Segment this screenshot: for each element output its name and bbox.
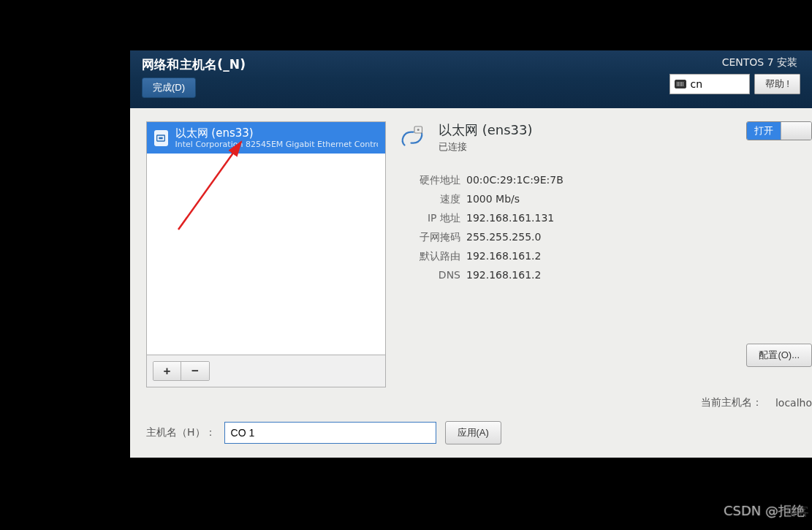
header-bar: 网络和主机名(_N) 完成(D) CENTOS 7 安装 cn 帮助 ! (130, 50, 812, 108)
hostname-label: 主机名（H）： (146, 426, 216, 439)
toggle-knob (781, 122, 811, 140)
configure-button[interactable]: 配置(O)... (746, 344, 812, 367)
dns-label: DNS (399, 269, 460, 281)
dns-value: 192.168.161.2 (466, 269, 796, 281)
install-label: CENTOS 7 安装 (722, 56, 797, 69)
hostname-input[interactable] (224, 422, 436, 444)
mask-value: 255.255.255.0 (466, 231, 796, 244)
svg-point-3 (417, 129, 420, 131)
toggle-on-label: 打开 (747, 122, 781, 140)
hw-addr-label: 硬件地址 (399, 174, 460, 187)
ethernet-icon (154, 130, 168, 146)
device-list-controls: + − (146, 355, 386, 387)
mask-label: 子网掩码 (399, 231, 460, 244)
connection-detail-table: 硬件地址 00:0C:29:1C:9E:7B 速度 1000 Mb/s IP 地… (399, 174, 796, 281)
gw-label: 默认路由 (399, 250, 460, 263)
device-item-subtitle: Intel Corporation 82545EM Gigabit Ethern… (175, 140, 378, 149)
network-hostname-window: 网络和主机名(_N) 完成(D) CENTOS 7 安装 cn 帮助 ! (130, 50, 812, 458)
current-hostname-label: 当前主机名： (701, 396, 762, 409)
ip-label: IP 地址 (399, 212, 460, 225)
keyboard-layout-box[interactable]: cn (669, 74, 750, 94)
device-list[interactable]: 以太网 (ens33) Intel Corporation 82545EM Gi… (146, 121, 386, 355)
apply-hostname-button[interactable]: 应用(A) (445, 421, 501, 444)
svg-rect-1 (159, 137, 163, 139)
watermark-blog: 博客 (786, 504, 809, 520)
done-button[interactable]: 完成(D) (142, 77, 196, 98)
add-device-button[interactable]: + (153, 362, 181, 381)
connection-title: 以太网 (ens33) (439, 121, 533, 139)
ip-value: 192.168.161.131 (466, 212, 796, 225)
current-hostname: 当前主机名： localho (701, 396, 812, 409)
speed-label: 速度 (399, 193, 460, 206)
keyboard-icon (675, 80, 686, 88)
hostname-row: 主机名（H）： 应用(A) (146, 421, 796, 444)
remove-device-button[interactable]: − (181, 362, 209, 381)
speed-value: 1000 Mb/s (466, 193, 796, 206)
keyboard-layout-label: cn (691, 78, 703, 90)
page-title: 网络和主机名(_N) (142, 56, 246, 73)
device-list-item[interactable]: 以太网 (ens33) Intel Corporation 82545EM Gi… (147, 122, 385, 154)
hw-addr-value: 00:0C:29:1C:9E:7B (466, 174, 796, 187)
current-hostname-value: localho (775, 397, 812, 409)
device-item-title: 以太网 (ens33) (175, 126, 378, 140)
help-button[interactable]: 帮助 ! (754, 74, 800, 94)
body-area: 以太网 (ens33) Intel Corporation 82545EM Gi… (130, 108, 812, 458)
connection-status: 已连接 (439, 140, 533, 154)
connection-toggle[interactable]: 打开 (746, 121, 812, 140)
connection-icon (399, 124, 428, 153)
gw-value: 192.168.161.2 (466, 250, 796, 263)
